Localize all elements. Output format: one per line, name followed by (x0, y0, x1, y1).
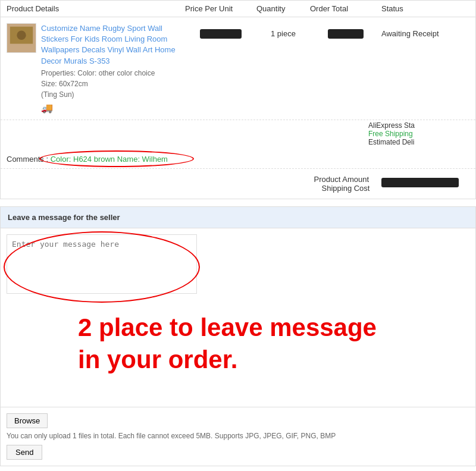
totals-row: Product Amount Shipping Cost (1, 169, 475, 199)
upload-section: Browse You can only upload 1 files in to… (1, 407, 475, 466)
product-size: Size: 60x72cm (41, 80, 185, 88)
product-info: Customize Name Rugby Sport Wall Stickers… (7, 23, 185, 114)
product-details-text: Customize Name Rugby Sport Wall Stickers… (41, 23, 185, 114)
upload-note: You can only upload 1 files in total. Ea… (7, 432, 469, 440)
browse-button[interactable]: Browse (7, 413, 48, 428)
product-properties: Properties: Color: other color choice (41, 69, 185, 77)
col-price-per-unit: Price Per Unit (185, 4, 256, 13)
col-quantity: Quantity (256, 4, 310, 13)
col-status: Status (381, 4, 476, 13)
aliexpress-label: AliExpress Sta (368, 121, 415, 130)
product-title-link[interactable]: Customize Name Rugby Sport Wall Stickers… (41, 24, 176, 65)
price-cell (185, 23, 256, 40)
order-total-bar (328, 29, 364, 39)
price-bar (200, 29, 242, 39)
quantity-value: 1 piece (271, 29, 296, 38)
col-product-details: Product Details (7, 4, 185, 13)
comments-row: Comments : Color: H624 brown Name: Wilhe… (1, 150, 475, 169)
product-section: Product Details Price Per Unit Quantity … (0, 0, 476, 199)
status-text: Awaiting Receipt (381, 29, 476, 38)
aliexpress-status: AliExpress Sta Free Shipping Estimated D… (368, 121, 469, 146)
product-seller: (Ting Sun) (41, 90, 185, 99)
truck-icon: 🚚 (41, 102, 185, 114)
product-row: Customize Name Rugby Sport Wall Stickers… (1, 17, 475, 120)
message-section: Leave a message for the seller 2 place t… (0, 206, 476, 466)
amount-bar (381, 178, 459, 187)
message-body: 2 place to leave message in your order. (1, 228, 475, 407)
message-section-header: Leave a message for the seller (1, 207, 475, 228)
order-total-cell (310, 23, 381, 40)
table-header: Product Details Price Per Unit Quantity … (1, 1, 475, 17)
aliexpress-row: AliExpress Sta Free Shipping Estimated D… (1, 120, 475, 150)
estimated-delivery: Estimated Deli (368, 138, 414, 146)
free-shipping-text: Free Shipping (368, 130, 413, 138)
message-textarea[interactable] (7, 234, 197, 294)
annotation-spacer (7, 294, 469, 401)
product-amount-label: Product Amount Shipping Cost (310, 175, 381, 193)
send-button[interactable]: Send (7, 445, 42, 460)
svg-point-2 (17, 31, 26, 40)
status-cell: Awaiting Receipt (381, 23, 476, 38)
col-order-total: Order Total (310, 4, 381, 13)
comments-label: Comments : (7, 155, 48, 164)
quantity-cell: 1 piece (256, 23, 310, 38)
totals-bar-cell (381, 178, 476, 189)
product-thumbnail (7, 23, 36, 53)
comments-value: Color: H624 brown Name: Wilhem (51, 155, 168, 164)
